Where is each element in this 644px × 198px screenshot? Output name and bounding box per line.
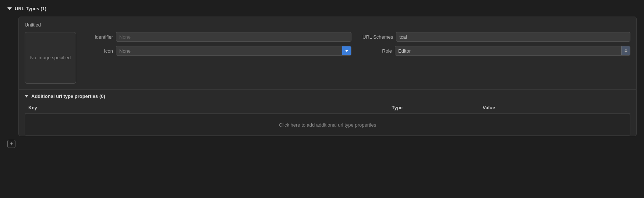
role-select-value: Editor: [395, 46, 621, 55]
add-icon: +: [10, 141, 13, 147]
icon-dropdown[interactable]: None: [116, 46, 351, 56]
content-card: Untitled No image specified Identifier U…: [18, 17, 637, 136]
add-properties-cell[interactable]: Click here to add additional url type pr…: [25, 114, 630, 136]
role-field-row: Role Editor: [362, 46, 630, 56]
image-placeholder-text: No image specified: [30, 54, 71, 61]
role-label: Role: [362, 48, 392, 54]
role-select-up-icon: [624, 49, 627, 50]
icon-dropdown-arrow-icon: [345, 50, 348, 52]
additional-title: Additional url type properties (0): [31, 93, 105, 99]
col-key-header: Key: [25, 103, 388, 114]
additional-header: Additional url type properties (0): [25, 93, 630, 99]
icon-dropdown-value: None: [116, 46, 342, 55]
role-select-down-icon: [624, 51, 627, 53]
section-title: URL Types (1): [15, 6, 46, 11]
page-container: URL Types (1) Untitled No image specifie…: [0, 0, 644, 158]
add-properties-text: Click here to add additional url type pr…: [279, 122, 376, 128]
add-url-type-button[interactable]: +: [7, 140, 15, 148]
section-header: URL Types (1): [7, 6, 637, 11]
identifier-input[interactable]: [116, 32, 351, 42]
icon-dropdown-arrow-btn[interactable]: [342, 46, 351, 55]
role-select[interactable]: Editor: [395, 46, 630, 56]
card-title: Untitled: [25, 22, 630, 28]
fields-area: Identifier URL Schemes Icon None: [84, 32, 630, 56]
icon-label: Icon: [84, 48, 113, 54]
table-empty-row: Click here to add additional url type pr…: [25, 114, 630, 136]
top-area: No image specified Identifier URL Scheme…: [25, 32, 630, 84]
url-schemes-field-row: URL Schemes: [362, 32, 630, 42]
col-value-header: Value: [479, 103, 630, 114]
additional-collapse-icon[interactable]: [25, 95, 28, 98]
props-table: Key Type Value Click here to add additio…: [25, 103, 630, 136]
table-header-row: Key Type Value: [25, 103, 630, 114]
identifier-label: Identifier: [84, 34, 113, 40]
url-schemes-input[interactable]: [396, 32, 630, 42]
collapse-icon[interactable]: [7, 7, 12, 10]
icon-field-row: Icon None: [84, 46, 351, 56]
add-row-area: +: [7, 136, 637, 152]
image-placeholder[interactable]: No image specified: [25, 32, 76, 84]
role-select-arrows[interactable]: [621, 46, 630, 55]
col-type-header: Type: [388, 103, 479, 114]
url-schemes-label: URL Schemes: [362, 34, 393, 40]
identifier-field-row: Identifier: [84, 32, 351, 42]
additional-section: Additional url type properties (0) Key T…: [25, 90, 630, 136]
